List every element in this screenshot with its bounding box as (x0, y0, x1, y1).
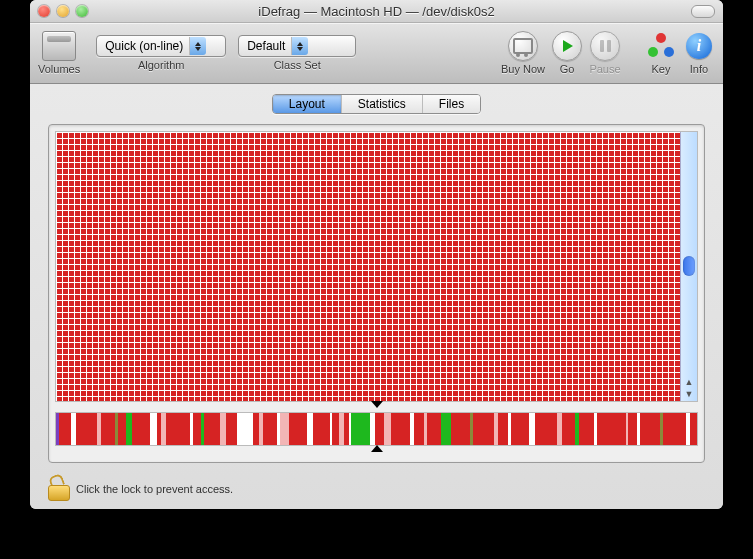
vertical-scrollbar[interactable]: ▲ ▼ (680, 132, 697, 401)
chevron-updown-icon (189, 37, 206, 55)
info-label: Info (690, 63, 708, 75)
overview-stripe (628, 413, 636, 445)
overview-stripe (118, 413, 126, 445)
content-area: Layout Statistics Files ▲ ▼ (30, 84, 723, 509)
key-label: Key (652, 63, 671, 75)
overview-stripe (313, 413, 329, 445)
overview-stripe (473, 413, 494, 445)
overview-stripe (76, 413, 98, 445)
overview-stripe (498, 413, 509, 445)
classset-value: Default (247, 39, 285, 53)
pause-label: Pause (589, 63, 620, 75)
overview-stripe (535, 413, 558, 445)
toolbar: Volumes Quick (on-line) Algorithm Defaul… (30, 23, 723, 84)
classset-select[interactable]: Default (238, 35, 356, 57)
scrollbar-thumb[interactable] (683, 256, 695, 276)
overview-stripe (597, 413, 625, 445)
overview-stripe (663, 413, 686, 445)
traffic-lights (38, 5, 88, 17)
view-indicator-top (55, 402, 698, 412)
overview-stripe (150, 413, 157, 445)
triangle-up-icon (371, 445, 383, 452)
overview-stripe (289, 413, 307, 445)
info-button[interactable]: i Info (683, 31, 715, 75)
overview-stripe (690, 413, 697, 445)
titlebar: iDefrag — Macintosh HD — /dev/disk0s2 (30, 0, 723, 23)
close-icon[interactable] (38, 5, 50, 17)
go-label: Go (560, 63, 575, 75)
lock-row: Click the lock to prevent access. (30, 471, 723, 509)
overview-stripe (59, 413, 72, 445)
scroll-down-icon[interactable]: ▼ (681, 389, 697, 399)
cart-icon (513, 38, 533, 54)
algorithm-group: Quick (on-line) Algorithm (96, 35, 226, 71)
overview-stripe (226, 413, 237, 445)
overview-stripe (237, 413, 252, 445)
classset-group: Default Class Set (238, 35, 356, 71)
overview-stripe (263, 413, 276, 445)
triangle-down-icon (371, 401, 383, 408)
drive-icon (42, 31, 76, 61)
buynow-button[interactable]: Buy Now (501, 31, 545, 75)
lock-text: Click the lock to prevent access. (76, 483, 233, 495)
volumes-label: Volumes (38, 63, 80, 75)
algorithm-select[interactable]: Quick (on-line) (96, 35, 226, 57)
tab-statistics[interactable]: Statistics (342, 95, 423, 113)
layout-panel: ▲ ▼ (48, 124, 705, 463)
minimize-icon[interactable] (57, 5, 69, 17)
overview-stripe (332, 413, 339, 445)
tab-files[interactable]: Files (423, 95, 480, 113)
key-icon (648, 33, 674, 59)
pause-icon (600, 40, 611, 52)
block-map[interactable] (56, 132, 680, 401)
overview-stripe (132, 413, 150, 445)
overview-stripe (384, 413, 391, 445)
toolbar-toggle-button[interactable] (691, 5, 715, 18)
overview-stripe (280, 413, 288, 445)
overview-stripe (451, 413, 470, 445)
overview-stripe (511, 413, 529, 445)
overview-stripe (166, 413, 190, 445)
zoom-icon[interactable] (76, 5, 88, 17)
go-button[interactable]: Go (551, 31, 583, 75)
pause-button[interactable]: Pause (589, 31, 621, 75)
tab-layout[interactable]: Layout (273, 95, 342, 113)
overview-stripe (204, 413, 219, 445)
overview-strip[interactable] (55, 412, 698, 446)
app-window: iDefrag — Macintosh HD — /dev/disk0s2 Vo… (30, 0, 723, 509)
scroll-up-icon[interactable]: ▲ (681, 377, 697, 387)
view-indicator-bottom (55, 446, 698, 456)
window-title: iDefrag — Macintosh HD — /dev/disk0s2 (30, 4, 723, 19)
overview-stripe (375, 413, 384, 445)
info-icon: i (686, 33, 712, 59)
tab-bar: Layout Statistics Files (30, 84, 723, 120)
overview-stripe (193, 413, 201, 445)
overview-stripe (414, 413, 424, 445)
overview-stripe (562, 413, 575, 445)
overview-stripe (579, 413, 594, 445)
volumes-button[interactable]: Volumes (38, 31, 80, 75)
play-icon (563, 40, 573, 52)
algorithm-label: Algorithm (138, 59, 184, 71)
classset-label: Class Set (274, 59, 321, 71)
block-map-frame: ▲ ▼ (55, 131, 698, 402)
overview-stripe (640, 413, 660, 445)
buynow-label: Buy Now (501, 63, 545, 75)
chevron-updown-icon (291, 37, 308, 55)
overview-stripe (391, 413, 411, 445)
overview-stripe (101, 413, 115, 445)
key-button[interactable]: Key (645, 31, 677, 75)
lock-icon[interactable] (48, 477, 68, 501)
overview-stripe (351, 413, 369, 445)
overview-stripe (427, 413, 441, 445)
overview-stripe (441, 413, 451, 445)
algorithm-value: Quick (on-line) (105, 39, 183, 53)
